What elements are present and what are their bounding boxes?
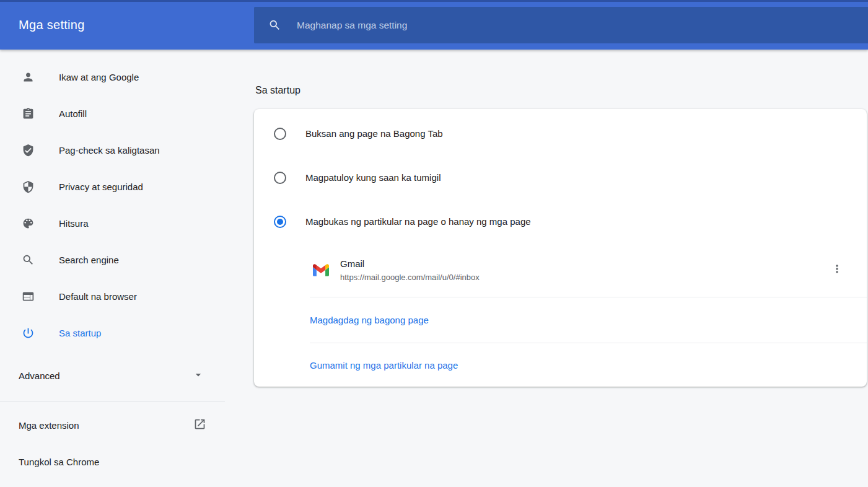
sidebar-item-search-engine[interactable]: Search engine: [0, 245, 225, 274]
use-current-pages-link-row[interactable]: Gumamit ng mga partikular na page: [254, 343, 867, 387]
startup-page-title: Gmail: [340, 258, 826, 269]
search-icon: [20, 252, 35, 267]
chevron-down-icon: [192, 369, 204, 383]
advanced-label: Advanced: [19, 371, 60, 381]
sidebar-item-label: Pag-check sa kaligtasan: [59, 145, 160, 156]
sidebar-item-label: Privacy at seguridad: [59, 182, 143, 192]
sidebar-item-label: Autofill: [59, 108, 87, 119]
radio-option-label: Magbukas ng partikular na page o hanay n…: [305, 216, 531, 227]
startup-settings-card: Buksan ang page na Bagong Tab Magpatuloy…: [254, 109, 867, 387]
about-chrome-label: Tungkol sa Chrome: [19, 457, 99, 467]
gmail-logo-icon: [313, 264, 329, 276]
palette-icon: [20, 216, 35, 230]
radio-option-label: Buksan ang page na Bagong Tab: [305, 128, 443, 139]
sidebar-item-pag-check-sa-kaligtasan[interactable]: Pag-check sa kaligtasan: [0, 135, 225, 165]
radio-option-open-new-tab[interactable]: Buksan ang page na Bagong Tab: [254, 112, 867, 156]
window-top-edge: [0, 0, 868, 2]
sidebar-divider: [0, 401, 225, 401]
sidebar-item-privacy-at-seguridad[interactable]: Privacy at seguridad: [0, 172, 225, 201]
open-in-new-icon: [193, 418, 206, 432]
radio-option-open-specific-pages[interactable]: Magbukas ng partikular na page o hanay n…: [254, 200, 867, 244]
radio-button[interactable]: [274, 128, 286, 140]
search-icon: [268, 19, 281, 32]
startup-page-url: https://mail.google.com/mail/u/0/#inbox: [340, 273, 826, 282]
sidebar-item-hitsura[interactable]: Hitsura: [0, 208, 225, 238]
radio-option-continue-where-left-off[interactable]: Magpatuloy kung saan ka tumigil: [254, 156, 867, 200]
add-new-page-link[interactable]: Magdagdag ng bagong page: [310, 315, 429, 325]
settings-sidebar: Ikaw at ang Google Autofill Pag-check sa…: [0, 50, 225, 476]
settings-search-box[interactable]: [254, 7, 868, 43]
browser-window-icon: [20, 289, 35, 304]
sidebar-item-label: Hitsura: [59, 218, 89, 229]
use-current-pages-link[interactable]: Gumamit ng mga partikular na page: [310, 360, 458, 371]
sidebar-item-mga-extension[interactable]: Mga extension: [0, 410, 225, 440]
kebab-menu-icon: [831, 263, 843, 278]
sidebar-item-autofill[interactable]: Autofill: [0, 99, 225, 128]
sidebar-item-default-na-browser[interactable]: Default na browser: [0, 281, 225, 311]
clipboard-icon: [20, 106, 35, 121]
startup-page-info: Gmail https://mail.google.com/mail/u/0/#…: [340, 258, 826, 282]
sidebar-item-advanced[interactable]: Advanced: [0, 361, 225, 390]
radio-option-label: Magpatuloy kung saan ka tumigil: [305, 172, 441, 183]
sidebar-item-label: Default na browser: [59, 291, 137, 302]
person-icon: [20, 69, 35, 84]
section-title: Sa startup: [255, 85, 300, 96]
radio-button[interactable]: [274, 216, 286, 228]
sidebar-item-label: Sa startup: [59, 328, 101, 338]
sidebar-item-label: Ikaw at ang Google: [59, 72, 139, 82]
sidebar-item-sa-startup[interactable]: Sa startup: [0, 318, 225, 348]
page-title: Mga setting: [19, 0, 85, 50]
header-bar: Mga setting: [0, 0, 868, 50]
sidebar-item-label: Search engine: [59, 255, 119, 265]
sidebar-item-ikaw-at-ang-google[interactable]: Ikaw at ang Google: [0, 62, 225, 92]
power-icon: [20, 325, 35, 340]
radio-button[interactable]: [274, 172, 286, 184]
startup-page-row-gmail: Gmail https://mail.google.com/mail/u/0/#…: [254, 244, 867, 297]
shield-check-icon: [20, 143, 35, 157]
sidebar-menu: Ikaw at ang Google Autofill Pag-check sa…: [0, 50, 225, 476]
sidebar-item-tungkol-sa-chrome[interactable]: Tungkol sa Chrome: [0, 447, 225, 476]
page-options-button[interactable]: [826, 259, 848, 281]
add-new-page-link-row[interactable]: Magdagdag ng bagong page: [254, 297, 867, 343]
search-input[interactable]: [297, 20, 868, 31]
shield-half-icon: [20, 179, 35, 194]
extensions-label: Mga extension: [19, 420, 79, 431]
